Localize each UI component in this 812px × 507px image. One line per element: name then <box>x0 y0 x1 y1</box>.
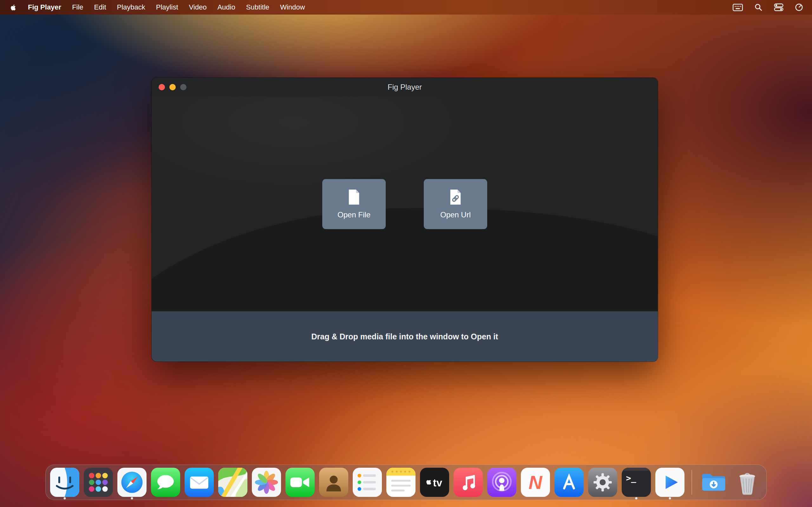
terminal-icon: >_ <box>622 468 651 497</box>
fig-player-window: Fig Player Open File Open Url <box>152 78 658 361</box>
menu-window[interactable]: Window <box>275 0 310 14</box>
menu-bar-left: Fig Player File Edit Playback Playlist V… <box>0 0 310 14</box>
svg-text:>_: >_ <box>626 473 636 483</box>
svg-text:tv: tv <box>433 477 442 489</box>
spotlight-search-icon[interactable] <box>754 3 763 11</box>
open-file-button[interactable]: Open File <box>322 179 386 229</box>
keyboard-icon[interactable] <box>733 4 743 11</box>
dock-item-reminders[interactable] <box>353 465 382 500</box>
file-document-icon <box>347 189 361 205</box>
photos-icon <box>252 468 281 497</box>
close-button[interactable] <box>159 84 165 90</box>
open-file-label: Open File <box>338 210 370 219</box>
news-icon: N <box>521 468 550 497</box>
podcasts-icon <box>487 468 516 497</box>
window-footer: Drag & Drop media file into the window t… <box>152 311 658 361</box>
open-actions: Open File Open Url <box>152 97 658 311</box>
launchpad-icon <box>84 468 113 497</box>
finder-icon <box>50 468 79 497</box>
dock-item-finder[interactable] <box>50 465 79 500</box>
link-document-icon <box>449 189 462 205</box>
traffic-lights <box>159 78 187 97</box>
system-settings-icon <box>588 468 617 497</box>
dock-item-trash[interactable] <box>733 465 762 500</box>
menu-bar-status-area <box>733 0 812 14</box>
dock-item-launchpad[interactable] <box>84 465 113 500</box>
menu-playback[interactable]: Playback <box>112 0 151 14</box>
open-url-button[interactable]: Open Url <box>424 179 487 229</box>
maps-icon <box>218 468 247 497</box>
running-indicator <box>669 497 671 499</box>
menu-file[interactable]: File <box>67 0 89 14</box>
apple-tv-icon: tv <box>420 468 449 497</box>
trash-icon <box>733 468 762 497</box>
messages-icon <box>151 468 180 497</box>
dock-item-apple-tv[interactable]: tv <box>420 465 449 500</box>
dock-item-safari[interactable] <box>117 465 147 500</box>
fig-player-icon <box>655 468 684 497</box>
dock-separator <box>692 470 692 495</box>
control-center-icon[interactable] <box>774 3 783 11</box>
reminders-icon <box>353 468 382 497</box>
dock-item-maps[interactable] <box>218 465 247 500</box>
dock-item-news[interactable]: N <box>521 465 550 500</box>
dock-item-system-settings[interactable] <box>588 465 617 500</box>
music-icon <box>454 468 483 497</box>
open-url-label: Open Url <box>440 210 471 219</box>
menu-bar: Fig Player File Edit Playback Playlist V… <box>0 0 812 14</box>
window-title: Fig Player <box>152 83 658 92</box>
dock-item-photos[interactable] <box>252 465 281 500</box>
facetime-icon <box>286 468 315 497</box>
window-content: Open File Open Url <box>152 97 658 311</box>
menu-audio[interactable]: Audio <box>212 0 241 14</box>
menu-video[interactable]: Video <box>184 0 212 14</box>
clock-icon[interactable] <box>795 3 803 11</box>
safari-icon <box>117 468 147 497</box>
apple-logo-icon[interactable] <box>4 0 22 14</box>
notes-icon <box>386 468 415 497</box>
minimize-button[interactable] <box>169 84 176 90</box>
dock-item-podcasts[interactable] <box>487 465 516 500</box>
dock-item-music[interactable] <box>454 465 483 500</box>
desktop: Fig Player File Edit Playback Playlist V… <box>0 0 812 507</box>
app-menu-title[interactable]: Fig Player <box>22 0 67 14</box>
menu-edit[interactable]: Edit <box>89 0 112 14</box>
dock-item-app-store[interactable] <box>554 465 583 500</box>
dock-item-facetime[interactable] <box>286 465 315 500</box>
dock-item-fig-player[interactable] <box>655 465 684 500</box>
downloads-folder-icon <box>699 468 728 497</box>
mail-icon <box>185 468 214 497</box>
window-titlebar[interactable]: Fig Player <box>152 78 658 97</box>
menu-subtitle[interactable]: Subtitle <box>241 0 275 14</box>
menu-playlist[interactable]: Playlist <box>151 0 184 14</box>
drop-hint-text: Drag & Drop media file into the window t… <box>311 332 498 341</box>
dock-item-downloads[interactable] <box>699 465 728 500</box>
app-store-icon <box>554 468 583 497</box>
dock-item-terminal[interactable]: >_ <box>622 465 651 500</box>
svg-text:N: N <box>529 472 543 493</box>
dock-item-messages[interactable] <box>151 465 180 500</box>
dock: tv N <box>45 464 767 500</box>
contacts-icon <box>319 468 348 497</box>
dock-item-mail[interactable] <box>185 465 214 500</box>
running-indicator <box>64 497 66 499</box>
running-indicator <box>131 497 133 499</box>
running-indicator <box>635 497 638 499</box>
zoom-button-disabled <box>180 84 187 90</box>
dock-item-contacts[interactable] <box>319 465 348 500</box>
dock-item-notes[interactable] <box>386 465 415 500</box>
